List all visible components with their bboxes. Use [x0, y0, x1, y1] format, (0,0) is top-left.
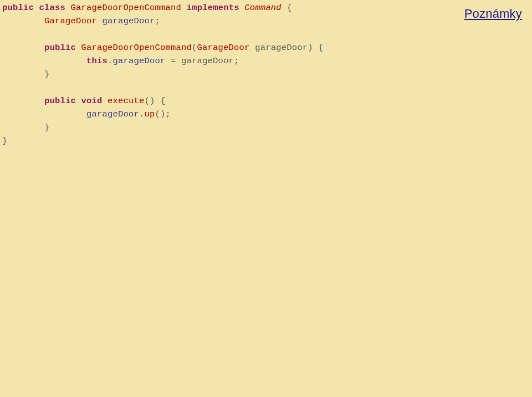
constructor-name: GarageDoorOpenCommand — [81, 43, 192, 53]
field-garagedoor: garageDoor — [103, 16, 155, 26]
space — [103, 96, 108, 106]
keyword-implements: implements — [187, 3, 239, 13]
paren-open: ( — [155, 109, 161, 119]
method-execute: execute — [108, 96, 145, 106]
brace-open: { — [160, 96, 166, 106]
paren-open: ( — [145, 96, 150, 106]
keyword-public: public — [44, 96, 76, 106]
space — [282, 3, 287, 13]
keyword-void: void — [81, 96, 103, 106]
indent — [2, 56, 86, 66]
semicolon: ; — [166, 109, 171, 119]
equals: = — [166, 56, 182, 66]
call-target: garageDoor — [86, 109, 139, 119]
semicolon: ; — [234, 56, 239, 66]
brace-close: } — [2, 136, 8, 146]
keyword-this: this — [86, 56, 108, 66]
indent — [2, 69, 44, 79]
dot: . — [139, 109, 145, 119]
indent — [2, 43, 44, 53]
semicolon: ; — [155, 16, 161, 26]
space — [181, 3, 187, 13]
indent — [2, 109, 86, 119]
space — [250, 43, 255, 53]
space — [34, 3, 39, 13]
space — [155, 96, 161, 106]
param-type: GarageDoor — [197, 43, 250, 53]
brace-close: } — [44, 123, 50, 133]
class-name-main: GarageDoorOpenCommand — [71, 3, 182, 13]
keyword-public: public — [2, 3, 34, 13]
rhs-garagedoor: garageDoor — [181, 56, 234, 66]
paren-open: ( — [192, 43, 197, 53]
space — [76, 43, 81, 53]
brace-close: } — [44, 69, 50, 79]
space — [239, 3, 245, 13]
indent — [2, 123, 44, 133]
paren-close: ) — [160, 109, 166, 119]
space — [65, 3, 71, 13]
indent — [2, 16, 44, 26]
code-block: public class GarageDoorOpenCommand imple… — [0, 0, 532, 147]
space — [313, 43, 319, 53]
class-name-command: Command — [244, 3, 282, 13]
method-up: up — [145, 109, 155, 119]
dot: . — [108, 56, 113, 66]
param-name: garageDoor — [255, 43, 308, 53]
paren-close: ) — [150, 96, 155, 106]
space — [76, 96, 81, 106]
paren-close: ) — [308, 43, 313, 53]
space — [97, 16, 103, 26]
brace-open: { — [287, 3, 292, 13]
notes-link[interactable]: Poznámky — [464, 4, 522, 23]
brace-open: { — [318, 43, 324, 53]
indent — [2, 96, 44, 106]
member-garagedoor: garageDoor — [113, 56, 166, 66]
type-garagedoor: GarageDoor — [44, 16, 97, 26]
keyword-class: class — [39, 3, 66, 13]
keyword-public: public — [44, 43, 76, 53]
